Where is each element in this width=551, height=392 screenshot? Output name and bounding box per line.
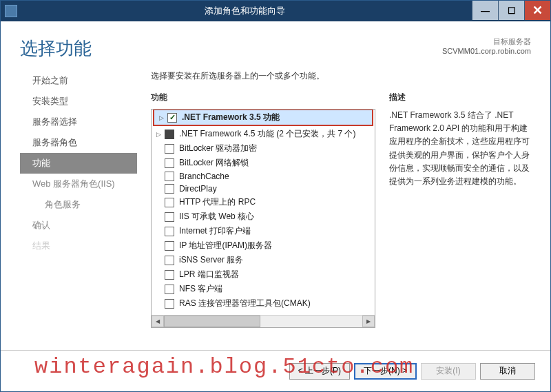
feature-row[interactable]: ▷BitLocker 驱动器加密: [152, 141, 375, 156]
feature-label: BranchCache: [179, 172, 372, 181]
maximize-button[interactable]: ☐: [498, 1, 524, 20]
nav-item[interactable]: 角色服务: [20, 194, 137, 215]
feature-row[interactable]: ▷iSNS Server 服务: [152, 253, 375, 267]
expand-icon[interactable]: ▷: [157, 114, 165, 121]
nav-item: 结果: [20, 236, 137, 256]
scroll-track[interactable]: [164, 316, 362, 327]
feature-label: .NET Framework 4.5 功能 (2 个已安装，共 7 个): [179, 128, 372, 140]
next-button[interactable]: 下一步(N) >: [354, 363, 417, 380]
feature-checkbox[interactable]: [165, 256, 174, 265]
feature-checkbox[interactable]: [165, 299, 174, 309]
feature-checkbox[interactable]: [165, 144, 174, 154]
horizontal-scrollbar[interactable]: ◀ ▶: [152, 315, 375, 327]
main-content: 选择要安装在所选服务器上的一个或多个功能。 功能 ▷.NET Framework…: [137, 69, 550, 350]
description-text: .NET Framework 3.5 结合了 .NET Framework 2.…: [389, 109, 534, 188]
feature-row[interactable]: ▷.NET Framework 4.5 功能 (2 个已安装，共 7 个): [152, 127, 375, 141]
feature-label: LPR 端口监视器: [179, 269, 372, 280]
feature-checkbox[interactable]: [165, 227, 174, 236]
feature-row[interactable]: ▷DirectPlay: [152, 183, 375, 195]
expand-icon[interactable]: ▷: [154, 131, 163, 138]
feature-label: NFS 客户端: [179, 283, 372, 295]
minimize-button[interactable]: —: [472, 1, 498, 20]
feature-label: BitLocker 网络解锁: [179, 157, 372, 169]
feature-checkbox[interactable]: [165, 184, 174, 194]
feature-checkbox[interactable]: [165, 130, 174, 139]
target-server-info: 目标服务器 SCVMM01.corp.robin.com: [442, 37, 531, 55]
feature-row[interactable]: ▷Internet 打印客户端: [152, 224, 375, 238]
features-column: 选择要安装在所选服务器上的一个或多个功能。 功能 ▷.NET Framework…: [151, 70, 375, 350]
nav-item[interactable]: 开始之前: [20, 70, 137, 91]
feature-label: HTTP 代理上的 RPC: [179, 196, 372, 208]
feature-row[interactable]: ▷BitLocker 网络解锁: [152, 156, 375, 170]
feature-checkbox[interactable]: [165, 241, 174, 251]
feature-row[interactable]: ▷BranchCache: [152, 170, 375, 183]
app-icon: [5, 5, 17, 17]
features-list[interactable]: ▷.NET Framework 3.5 功能▷.NET Framework 4.…: [152, 110, 375, 315]
feature-checkbox[interactable]: [165, 198, 174, 207]
feature-label: IIS 可承载 Web 核心: [179, 211, 372, 223]
description-header: 描述: [389, 92, 534, 103]
feature-row[interactable]: ▷NFS 客户端: [152, 282, 375, 296]
feature-checkbox[interactable]: [165, 285, 174, 294]
nav-item[interactable]: 功能: [20, 153, 137, 174]
feature-label: .NET Framework 3.5 功能: [182, 112, 369, 123]
nav-item[interactable]: 安装类型: [20, 91, 137, 112]
feature-label: iSNS Server 服务: [179, 254, 372, 266]
feature-label: IP 地址管理(IPAM)服务器: [179, 240, 372, 251]
window-controls: — ☐ ✕: [472, 1, 550, 21]
install-button: 安装(I): [421, 363, 476, 380]
feature-label: BitLocker 驱动器加密: [179, 143, 372, 154]
features-listbox: ▷.NET Framework 3.5 功能▷.NET Framework 4.…: [151, 109, 375, 328]
footer: < 上一步(P) 下一步(N) > 安装(I) 取消: [1, 350, 550, 391]
feature-checkbox[interactable]: [165, 158, 174, 168]
nav-item[interactable]: Web 服务器角色(IIS): [20, 174, 137, 194]
feature-row[interactable]: ▷IIS 可承载 Web 核心: [152, 209, 375, 224]
feature-row[interactable]: ▷IP 地址管理(IPAM)服务器: [152, 238, 375, 253]
instruction-text: 选择要安装在所选服务器上的一个或多个功能。: [151, 70, 375, 82]
feature-checkbox[interactable]: [165, 172, 174, 181]
feature-label: DirectPlay: [179, 184, 372, 194]
feature-checkbox[interactable]: [167, 113, 177, 123]
server-name: SCVMM01.corp.robin.com: [442, 47, 531, 55]
scroll-left-button[interactable]: ◀: [152, 316, 164, 327]
page-title: 选择功能: [20, 37, 92, 61]
description-column: 描述 .NET Framework 3.5 结合了 .NET Framework…: [389, 70, 534, 350]
body: 开始之前安装类型服务器选择服务器角色功能Web 服务器角色(IIS)角色服务确认…: [1, 69, 550, 350]
feature-checkbox[interactable]: [165, 270, 174, 280]
server-label: 目标服务器: [442, 37, 531, 47]
close-button[interactable]: ✕: [524, 1, 550, 20]
scroll-thumb[interactable]: [164, 316, 260, 327]
feature-row[interactable]: ▷RAS 连接管理器管理工具包(CMAK): [152, 296, 375, 311]
feature-label: RAS 连接管理器管理工具包(CMAK): [179, 298, 372, 309]
nav-item[interactable]: 服务器选择: [20, 112, 137, 132]
scroll-right-button[interactable]: ▶: [362, 316, 375, 327]
feature-row[interactable]: ▷LPR 端口监视器: [152, 267, 375, 282]
window-title: 添加角色和功能向导: [17, 5, 472, 17]
feature-row[interactable]: ▷HTTP 代理上的 RPC: [152, 195, 375, 209]
nav-item[interactable]: 服务器角色: [20, 132, 137, 153]
nav-item[interactable]: 确认: [20, 215, 137, 236]
header: 选择功能 目标服务器 SCVMM01.corp.robin.com: [1, 21, 550, 69]
feature-label: Internet 打印客户端: [179, 225, 372, 237]
nav-sidebar: 开始之前安装类型服务器选择服务器角色功能Web 服务器角色(IIS)角色服务确认…: [20, 69, 137, 350]
titlebar: 添加角色和功能向导 — ☐ ✕: [1, 1, 550, 21]
previous-button[interactable]: < 上一步(P): [289, 363, 350, 380]
feature-row[interactable]: ▷.NET Framework 3.5 功能: [153, 110, 373, 126]
feature-checkbox[interactable]: [165, 212, 174, 222]
cancel-button[interactable]: 取消: [480, 363, 535, 380]
features-header: 功能: [151, 92, 375, 103]
wizard-window: 添加角色和功能向导 — ☐ ✕ 选择功能 目标服务器 SCVMM01.corp.…: [0, 0, 551, 392]
